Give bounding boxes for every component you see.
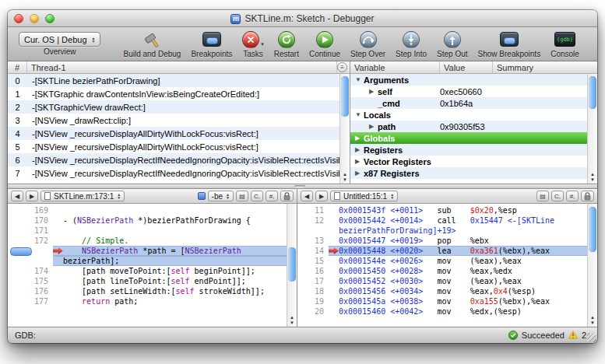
scroll-up-icon[interactable]: ▲ [590, 315, 595, 320]
toolbar-step-over[interactable]: Step Over [350, 30, 385, 58]
code-line[interactable]: 20 0x00015460 <+0042> mov %edx,(%esp) [297, 306, 587, 317]
line-number-gutter[interactable]: 176 [8, 286, 53, 296]
overview-popup[interactable]: Cur. OS | Debug [19, 32, 100, 47]
horizontal-splitter[interactable] [8, 184, 597, 189]
line-number-gutter[interactable]: 16 [297, 266, 329, 276]
stack-frame-row[interactable]: 7 -[NSView _recursiveDisplayRectIfNeeded… [8, 166, 339, 180]
file-popup[interactable]: Untitled:15:1 [330, 191, 398, 201]
code-line[interactable]: 14 0x00015448 <+0020> lea 0xa361(%ebx),%… [297, 246, 587, 256]
line-number-gutter[interactable]: 11 [297, 205, 329, 215]
scrollbar-thumb[interactable] [341, 76, 349, 117]
line-number-gutter[interactable]: 177 [8, 296, 53, 306]
code-line[interactable]: 16 0x00015450 <+0028> mov %eax,%edx [297, 266, 587, 276]
toolbar-continue[interactable]: Continue [309, 30, 340, 58]
stack-frame-row[interactable]: 6 -[NSView _recursiveDisplayRectIfNeeded… [8, 153, 339, 166]
code-line[interactable]: 169 [8, 205, 287, 215]
line-number-gutter[interactable] [8, 256, 53, 266]
disclosure-triangle-icon[interactable]: ▶ [369, 123, 378, 130]
lock-button[interactable] [280, 191, 294, 201]
disassembly-scrollbar[interactable]: ▲ ▼ [587, 204, 597, 327]
line-number-gutter[interactable]: 15 [297, 256, 329, 266]
zoom-button[interactable] [45, 14, 55, 23]
line-number-gutter[interactable]: 12 [297, 215, 329, 226]
line-number-gutter[interactable]: 19 [297, 296, 329, 306]
code-line[interactable]: 13 0x00015447 <+0019> pop %ebx [297, 236, 587, 246]
stack-frame-row[interactable]: 0 -[SKTLine bezierPathForDrawing] [8, 74, 339, 87]
toolbar-step-out[interactable]: Step Out [437, 30, 467, 58]
line-number-gutter[interactable]: 13 [297, 236, 329, 246]
variable-row[interactable]: ▼ Arguments [350, 74, 587, 86]
code-line[interactable]: 19 0x0001545a <+0038> mov 0xa155(%ebx),%… [297, 296, 587, 306]
code-line[interactable]: 176 [path setLineWidth:[self strokeWidth… [8, 286, 287, 296]
disclosure-triangle-icon[interactable]: ▶ [355, 158, 364, 165]
line-number-gutter[interactable]: 17 [297, 276, 329, 286]
source-code[interactable]: 169 170 - (NSBezierPath *)bezierPathForD… [8, 204, 287, 327]
variable-row[interactable]: ▶ path 0x90305f53 [350, 121, 587, 132]
line-number-gutter[interactable]: 14 [297, 246, 329, 256]
disclosure-triangle-icon[interactable]: ▶ [369, 88, 378, 95]
scroll-up-icon[interactable]: ▲ [343, 172, 347, 177]
scroll-up-icon[interactable]: ▲ [290, 315, 294, 320]
disclosure-triangle-icon[interactable]: ▶ [355, 146, 364, 153]
line-number-gutter[interactable]: 18 [297, 286, 329, 296]
toolbar-step-into[interactable]: Step Into [396, 30, 427, 58]
bookmarks-button[interactable]: #, [566, 191, 579, 201]
toolbar-restart[interactable]: Restart [274, 30, 299, 58]
variable-row[interactable]: ▶ self 0xec50660 [350, 86, 587, 97]
close-button[interactable] [14, 14, 23, 23]
titlebar[interactable]: m SKTLine.m: Sketch - Debugger [8, 10, 597, 27]
line-number-gutter[interactable] [8, 246, 53, 256]
code-line[interactable]: 175 [path lineToPoint:[self endPoint]]; [8, 276, 287, 286]
split-editor-button[interactable]: ▤ [536, 191, 549, 201]
stack-frame-row[interactable]: 3 -[NSView _drawRect:clip:] [8, 114, 339, 127]
disclosure-triangle-icon[interactable]: ▼ [355, 111, 364, 118]
variable-row[interactable]: ▶ Vector Registers [350, 156, 587, 167]
scrollbar-thumb[interactable] [589, 207, 596, 252]
disclosure-triangle-icon[interactable]: ▶ [355, 170, 364, 177]
toolbar-tasks[interactable]: ▾ Tasks [242, 30, 264, 58]
line-number-gutter[interactable]: 172 [8, 236, 53, 246]
forward-button[interactable]: ▶ [26, 191, 38, 201]
variable-row[interactable]: ▶ x87 Registers [350, 167, 587, 179]
code-line[interactable]: 17 0x00015452 <+0030> mov (%eax),%eax [297, 276, 587, 286]
line-number-gutter[interactable]: 174 [8, 266, 53, 276]
line-number-gutter[interactable]: 169 [8, 205, 53, 215]
toolbar-console[interactable]: (gdb) Console [550, 30, 579, 58]
warning-count[interactable]: 2 [582, 331, 586, 340]
stack-frame-row[interactable]: 2 -[SKTGraphicView drawRect:] [8, 100, 339, 114]
toolbar-show-breakpoints[interactable]: Show Breakpoints [478, 30, 541, 58]
thread-options-button[interactable]: ≡ [337, 62, 347, 72]
code-line[interactable]: 171 [8, 226, 287, 236]
code-line[interactable]: 177 return path; [8, 296, 287, 306]
code-line[interactable]: 18 0x00015456 <+0034> mov %eax,0x4(%esp) [297, 286, 587, 296]
scroll-down-icon[interactable]: ▼ [290, 320, 294, 326]
variable-row[interactable]: ▼ Locals [350, 109, 587, 121]
lock-button[interactable] [581, 191, 594, 201]
warning-icon[interactable] [568, 331, 578, 341]
code-line[interactable]: NSBezierPath *path = [NSBezierPath [8, 246, 287, 256]
scrollbar-thumb[interactable] [288, 247, 296, 282]
toolbar-build-and-debug[interactable]: Build and Debug [123, 30, 181, 58]
code-line[interactable]: bezierPath]; [8, 256, 287, 266]
code-line[interactable]: 11 0x0001543f <+0011> sub $0x20,%esp [297, 205, 587, 215]
forward-button[interactable]: ▶ [315, 191, 328, 201]
resize-grip[interactable] [587, 333, 596, 342]
minimize-button[interactable] [30, 14, 39, 23]
function-popup[interactable]: -be [208, 191, 234, 201]
line-number-gutter[interactable]: 171 [8, 226, 53, 236]
line-number-gutter[interactable] [297, 226, 329, 236]
variable-row[interactable]: _cmd 0x1b64a [350, 97, 587, 109]
line-number-gutter[interactable]: 170 [8, 215, 53, 226]
stack-frame-row[interactable]: 4 -[NSView _recursiveDisplayAllDirtyWith… [8, 127, 339, 140]
scroll-down-icon[interactable]: ▼ [590, 320, 595, 326]
variable-row[interactable]: ▶ Registers [350, 144, 587, 156]
source-scrollbar[interactable]: ▲ ▼ [287, 204, 297, 327]
document-proxy-icon[interactable]: m [230, 14, 241, 24]
scroll-up-icon[interactable]: ▲ [590, 172, 595, 177]
variables-scrollbar[interactable]: ▲ ▼ [587, 74, 597, 184]
code-line[interactable]: 174 [path moveToPoint:[self beginPoint]]… [8, 266, 287, 276]
scroll-down-icon[interactable]: ▼ [590, 177, 595, 183]
scrollbar-thumb[interactable] [589, 76, 596, 109]
code-line[interactable]: 12 0x00015442 <+0014> call 0x15447 <-[SK… [297, 215, 587, 226]
stack-frame-row[interactable]: 1 -[SKTGraphic drawContentsInView:isBein… [8, 87, 339, 100]
